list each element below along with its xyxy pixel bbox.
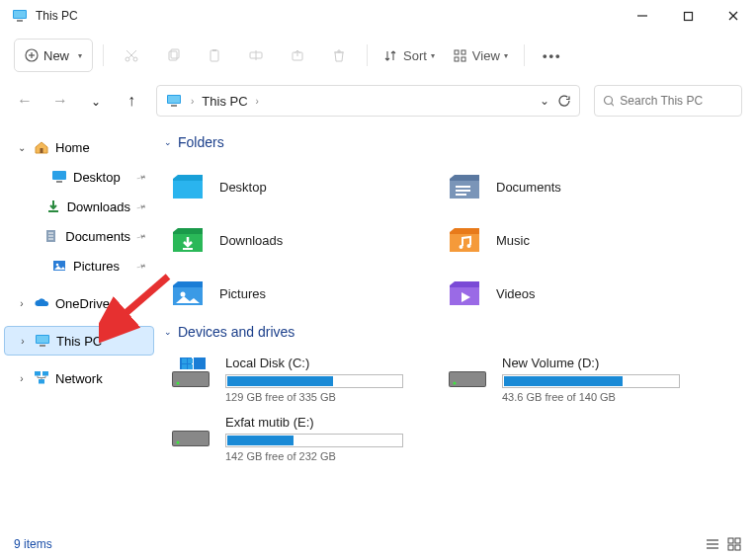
svg-rect-21 [455, 50, 459, 54]
sidebar-item-home[interactable]: ⌄ Home [4, 132, 154, 162]
sidebar-item-downloads[interactable]: Downloads 📌︎ [4, 192, 154, 221]
folder-downloads[interactable]: Downloads [162, 213, 439, 267]
refresh-button[interactable] [557, 94, 571, 108]
rename-button[interactable] [238, 39, 274, 72]
sidebar-item-network[interactable]: › Network [4, 363, 154, 393]
chevron-down-icon[interactable]: ⌄ [540, 94, 549, 108]
drive-icon [447, 356, 488, 391]
new-button[interactable]: New ▾ [14, 39, 93, 72]
svg-rect-15 [171, 49, 179, 58]
drive-icon [170, 415, 211, 450]
search-box[interactable] [594, 85, 742, 117]
sidebar-item-desktop[interactable]: Desktop 📌︎ [4, 162, 154, 192]
folder-label: Documents [496, 180, 561, 195]
back-button[interactable]: ← [14, 92, 36, 110]
toolbar: New ▾ Sort ▾ View ▾ ••• [0, 32, 756, 79]
svg-line-29 [612, 103, 615, 107]
arrow-up-icon: ↑ [127, 92, 135, 109]
svg-rect-22 [462, 50, 465, 54]
new-button-label: New [43, 48, 69, 63]
paste-button[interactable] [197, 39, 232, 72]
desktop-icon [51, 169, 67, 185]
folder-videos[interactable]: Videos [439, 267, 715, 320]
delete-button[interactable] [321, 39, 357, 72]
maximize-button[interactable] [665, 0, 711, 32]
chevron-down-icon: ⌄ [16, 142, 28, 153]
folder-documents[interactable]: Documents [439, 160, 715, 213]
recent-button[interactable]: ⌄ [85, 92, 107, 110]
arrow-left-icon: ← [17, 92, 33, 109]
tiles-view-button[interactable] [726, 536, 742, 552]
thispc-icon [165, 94, 183, 108]
share-button[interactable] [280, 39, 315, 72]
sidebar-item-pictures[interactable]: Pictures 📌︎ [4, 251, 154, 280]
view-icon [453, 48, 467, 63]
view-label: View [472, 48, 500, 63]
svg-rect-81 [735, 545, 740, 550]
sort-button[interactable]: Sort ▾ [378, 39, 441, 72]
pin-icon: 📌︎ [134, 259, 148, 274]
title-bar: This PC [0, 0, 756, 32]
thispc-icon [12, 8, 28, 24]
chevron-right-icon: › [17, 336, 29, 347]
address-bar[interactable]: › This PC › ⌄ [156, 85, 580, 117]
copy-button[interactable] [155, 39, 191, 72]
section-header-drives[interactable]: ⌄ Devices and drives [164, 324, 752, 340]
details-view-button[interactable] [705, 536, 720, 552]
scissors-icon [124, 47, 139, 63]
sidebar-item-documents[interactable]: Documents 📌︎ [4, 221, 154, 251]
forward-button[interactable]: → [49, 92, 71, 110]
svg-rect-62 [194, 357, 206, 369]
section-title: Devices and drives [178, 324, 294, 340]
download-icon [45, 199, 61, 214]
sidebar-item-label: Desktop [73, 170, 121, 185]
storage-bar [502, 374, 680, 388]
drive-c[interactable]: Local Disk (C:) 129 GB free of 335 GB [162, 350, 439, 409]
minimize-button[interactable] [620, 0, 665, 32]
svg-rect-52 [450, 234, 479, 252]
svg-rect-78 [728, 538, 733, 543]
svg-rect-23 [455, 57, 459, 61]
folder-desktop[interactable]: Desktop [162, 160, 439, 213]
arrow-right-icon: → [52, 92, 68, 109]
svg-point-28 [605, 96, 613, 104]
pin-icon: 📌︎ [134, 170, 148, 185]
cut-button[interactable] [114, 39, 149, 72]
pictures-folder-icon [170, 276, 206, 311]
drive-name: Local Disk (C:) [225, 356, 431, 370]
plus-circle-icon [25, 48, 39, 62]
search-input[interactable] [620, 94, 733, 108]
svg-rect-4 [684, 12, 692, 20]
view-button[interactable]: View ▾ [447, 39, 514, 72]
svg-rect-27 [171, 105, 177, 107]
chevron-right-icon: › [16, 298, 28, 309]
chevron-down-icon: ⌄ [164, 137, 172, 147]
svg-rect-26 [168, 96, 180, 103]
svg-rect-80 [728, 545, 733, 550]
svg-rect-30 [41, 148, 43, 153]
drive-name: New Volume (D:) [502, 356, 708, 370]
drive-d[interactable]: New Volume (D:) 43.6 GB free of 140 GB [439, 350, 715, 409]
folder-music[interactable]: Music [439, 213, 715, 267]
folder-pictures[interactable]: Pictures [162, 267, 439, 320]
up-button[interactable]: ↑ [121, 92, 142, 110]
section-header-folders[interactable]: ⌄ Folders [164, 134, 752, 150]
thispc-icon [35, 333, 50, 349]
network-icon [34, 370, 49, 386]
drive-e[interactable]: Exfat mutib (E:) 142 GB free of 232 GB [162, 409, 439, 468]
share-icon [290, 47, 305, 63]
sidebar-item-onedrive[interactable]: › OneDrive [4, 288, 154, 318]
sidebar-item-thispc[interactable]: › This PC [4, 326, 154, 356]
svg-rect-2 [17, 20, 23, 22]
svg-rect-32 [56, 181, 62, 183]
close-button[interactable] [711, 0, 756, 32]
item-count: 9 items [14, 537, 52, 551]
folder-label: Desktop [219, 180, 267, 195]
storage-bar [225, 434, 403, 447]
svg-rect-66 [182, 364, 187, 369]
breadcrumb-item[interactable]: This PC [202, 94, 247, 109]
pictures-icon [51, 258, 67, 274]
more-button[interactable]: ••• [535, 39, 570, 72]
documents-folder-icon [447, 169, 482, 204]
folder-label: Videos [496, 286, 536, 301]
